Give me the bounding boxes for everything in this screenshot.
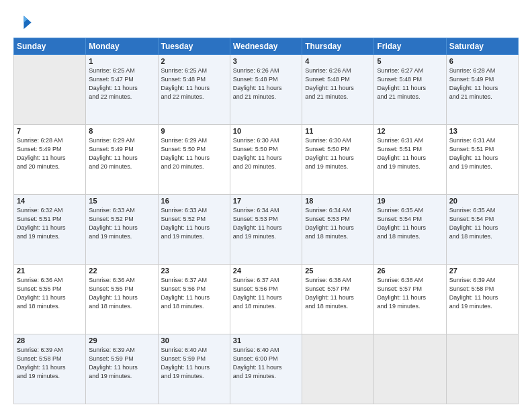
page: SundayMondayTuesdayWednesdayThursdayFrid… bbox=[0, 0, 532, 411]
calendar-cell: 4Sunrise: 6:26 AM Sunset: 5:48 PM Daylig… bbox=[302, 55, 374, 125]
calendar-cell: 30Sunrise: 6:40 AM Sunset: 5:59 PM Dayli… bbox=[158, 334, 230, 404]
calendar-cell: 24Sunrise: 6:37 AM Sunset: 5:56 PM Dayli… bbox=[230, 265, 302, 334]
day-number: 16 bbox=[161, 197, 227, 205]
day-info: Sunrise: 6:26 AM Sunset: 5:48 PM Dayligh… bbox=[233, 66, 299, 101]
day-number: 2 bbox=[161, 57, 227, 65]
day-info: Sunrise: 6:29 AM Sunset: 5:49 PM Dayligh… bbox=[89, 136, 154, 171]
calendar-cell: 31Sunrise: 6:40 AM Sunset: 6:00 PM Dayli… bbox=[230, 334, 302, 404]
day-info: Sunrise: 6:26 AM Sunset: 5:48 PM Dayligh… bbox=[305, 66, 371, 101]
calendar-cell: 3Sunrise: 6:26 AM Sunset: 5:48 PM Daylig… bbox=[230, 55, 302, 125]
day-info: Sunrise: 6:39 AM Sunset: 5:58 PM Dayligh… bbox=[17, 346, 83, 381]
day-info: Sunrise: 6:28 AM Sunset: 5:49 PM Dayligh… bbox=[449, 66, 515, 101]
day-number: 19 bbox=[377, 197, 443, 205]
calendar-cell: 20Sunrise: 6:35 AM Sunset: 5:54 PM Dayli… bbox=[446, 195, 518, 265]
calendar-cell: 6Sunrise: 6:28 AM Sunset: 5:49 PM Daylig… bbox=[446, 55, 518, 125]
calendar-cell: 8Sunrise: 6:29 AM Sunset: 5:49 PM Daylig… bbox=[86, 125, 158, 195]
day-number: 21 bbox=[17, 267, 83, 275]
calendar-cell: 15Sunrise: 6:33 AM Sunset: 5:52 PM Dayli… bbox=[86, 195, 158, 265]
weekday-header-tuesday: Tuesday bbox=[158, 38, 230, 55]
day-number: 3 bbox=[233, 57, 299, 65]
calendar-table: SundayMondayTuesdayWednesdayThursdayFrid… bbox=[13, 38, 519, 404]
calendar-cell bbox=[374, 334, 446, 404]
calendar-week-row: 1Sunrise: 6:25 AM Sunset: 5:47 PM Daylig… bbox=[14, 55, 519, 125]
calendar-cell bbox=[14, 55, 86, 125]
day-number: 24 bbox=[233, 267, 299, 275]
calendar-cell: 1Sunrise: 6:25 AM Sunset: 5:47 PM Daylig… bbox=[86, 55, 158, 125]
day-info: Sunrise: 6:32 AM Sunset: 5:51 PM Dayligh… bbox=[17, 206, 83, 241]
day-number: 8 bbox=[89, 127, 154, 135]
day-number: 22 bbox=[89, 267, 154, 275]
day-number: 25 bbox=[305, 267, 371, 275]
day-info: Sunrise: 6:27 AM Sunset: 5:48 PM Dayligh… bbox=[377, 66, 443, 101]
day-number: 1 bbox=[89, 57, 154, 65]
day-info: Sunrise: 6:31 AM Sunset: 5:51 PM Dayligh… bbox=[377, 136, 443, 171]
weekday-header-monday: Monday bbox=[86, 38, 158, 55]
calendar-cell: 28Sunrise: 6:39 AM Sunset: 5:58 PM Dayli… bbox=[14, 334, 86, 404]
day-number: 26 bbox=[377, 267, 443, 275]
day-number: 29 bbox=[89, 336, 154, 345]
day-info: Sunrise: 6:38 AM Sunset: 5:57 PM Dayligh… bbox=[305, 276, 371, 311]
day-number: 12 bbox=[377, 127, 443, 135]
calendar-cell: 2Sunrise: 6:25 AM Sunset: 5:48 PM Daylig… bbox=[158, 55, 230, 125]
calendar-cell: 5Sunrise: 6:27 AM Sunset: 5:48 PM Daylig… bbox=[374, 55, 446, 125]
calendar-cell: 26Sunrise: 6:38 AM Sunset: 5:57 PM Dayli… bbox=[374, 265, 446, 334]
header bbox=[13, 12, 519, 31]
weekday-header-saturday: Saturday bbox=[446, 38, 518, 55]
day-number: 4 bbox=[305, 57, 371, 65]
calendar-week-row: 7Sunrise: 6:28 AM Sunset: 5:49 PM Daylig… bbox=[14, 125, 519, 195]
day-info: Sunrise: 6:25 AM Sunset: 5:48 PM Dayligh… bbox=[161, 66, 227, 101]
calendar-cell: 27Sunrise: 6:39 AM Sunset: 5:58 PM Dayli… bbox=[446, 265, 518, 334]
calendar-cell: 14Sunrise: 6:32 AM Sunset: 5:51 PM Dayli… bbox=[14, 195, 86, 265]
calendar-cell: 29Sunrise: 6:39 AM Sunset: 5:59 PM Dayli… bbox=[86, 334, 158, 404]
day-info: Sunrise: 6:38 AM Sunset: 5:57 PM Dayligh… bbox=[377, 276, 443, 311]
calendar-cell: 19Sunrise: 6:35 AM Sunset: 5:54 PM Dayli… bbox=[374, 195, 446, 265]
weekday-header-wednesday: Wednesday bbox=[230, 38, 302, 55]
day-info: Sunrise: 6:34 AM Sunset: 5:53 PM Dayligh… bbox=[233, 206, 299, 241]
day-info: Sunrise: 6:37 AM Sunset: 5:56 PM Dayligh… bbox=[161, 276, 227, 311]
calendar-cell bbox=[302, 334, 374, 404]
calendar-cell: 7Sunrise: 6:28 AM Sunset: 5:49 PM Daylig… bbox=[14, 125, 86, 195]
day-number: 14 bbox=[17, 197, 83, 205]
day-number: 23 bbox=[161, 267, 227, 275]
day-number: 13 bbox=[449, 127, 515, 135]
day-number: 10 bbox=[233, 127, 299, 135]
day-info: Sunrise: 6:39 AM Sunset: 5:58 PM Dayligh… bbox=[449, 276, 515, 311]
calendar-cell: 18Sunrise: 6:34 AM Sunset: 5:53 PM Dayli… bbox=[302, 195, 374, 265]
day-info: Sunrise: 6:33 AM Sunset: 5:52 PM Dayligh… bbox=[89, 206, 154, 241]
weekday-header-row: SundayMondayTuesdayWednesdayThursdayFrid… bbox=[14, 38, 519, 55]
day-info: Sunrise: 6:40 AM Sunset: 6:00 PM Dayligh… bbox=[233, 346, 299, 381]
day-info: Sunrise: 6:29 AM Sunset: 5:50 PM Dayligh… bbox=[161, 136, 227, 171]
day-info: Sunrise: 6:40 AM Sunset: 5:59 PM Dayligh… bbox=[161, 346, 227, 381]
calendar-cell: 9Sunrise: 6:29 AM Sunset: 5:50 PM Daylig… bbox=[158, 125, 230, 195]
logo bbox=[13, 12, 34, 31]
calendar-cell: 10Sunrise: 6:30 AM Sunset: 5:50 PM Dayli… bbox=[230, 125, 302, 195]
day-info: Sunrise: 6:25 AM Sunset: 5:47 PM Dayligh… bbox=[89, 66, 154, 101]
day-number: 11 bbox=[305, 127, 371, 135]
calendar-cell: 22Sunrise: 6:36 AM Sunset: 5:55 PM Dayli… bbox=[86, 265, 158, 334]
day-info: Sunrise: 6:35 AM Sunset: 5:54 PM Dayligh… bbox=[377, 206, 443, 241]
day-number: 15 bbox=[89, 197, 154, 205]
day-info: Sunrise: 6:36 AM Sunset: 5:55 PM Dayligh… bbox=[89, 276, 154, 311]
day-info: Sunrise: 6:39 AM Sunset: 5:59 PM Dayligh… bbox=[89, 346, 154, 381]
weekday-header-sunday: Sunday bbox=[14, 38, 86, 55]
calendar-cell bbox=[446, 334, 518, 404]
day-number: 6 bbox=[449, 57, 515, 65]
day-info: Sunrise: 6:28 AM Sunset: 5:49 PM Dayligh… bbox=[17, 136, 83, 171]
day-info: Sunrise: 6:36 AM Sunset: 5:55 PM Dayligh… bbox=[17, 276, 83, 311]
generalblue-logo-icon bbox=[13, 12, 32, 31]
day-number: 28 bbox=[17, 336, 83, 345]
day-info: Sunrise: 6:37 AM Sunset: 5:56 PM Dayligh… bbox=[233, 276, 299, 311]
weekday-header-thursday: Thursday bbox=[302, 38, 374, 55]
day-info: Sunrise: 6:35 AM Sunset: 5:54 PM Dayligh… bbox=[449, 206, 515, 241]
day-number: 31 bbox=[233, 336, 299, 345]
day-number: 27 bbox=[449, 267, 515, 275]
day-number: 5 bbox=[377, 57, 443, 65]
calendar-cell: 25Sunrise: 6:38 AM Sunset: 5:57 PM Dayli… bbox=[302, 265, 374, 334]
calendar-week-row: 14Sunrise: 6:32 AM Sunset: 5:51 PM Dayli… bbox=[14, 195, 519, 265]
day-info: Sunrise: 6:33 AM Sunset: 5:52 PM Dayligh… bbox=[161, 206, 227, 241]
weekday-header-friday: Friday bbox=[374, 38, 446, 55]
day-number: 9 bbox=[161, 127, 227, 135]
day-info: Sunrise: 6:30 AM Sunset: 5:50 PM Dayligh… bbox=[305, 136, 371, 171]
day-number: 20 bbox=[449, 197, 515, 205]
day-info: Sunrise: 6:31 AM Sunset: 5:51 PM Dayligh… bbox=[449, 136, 515, 171]
